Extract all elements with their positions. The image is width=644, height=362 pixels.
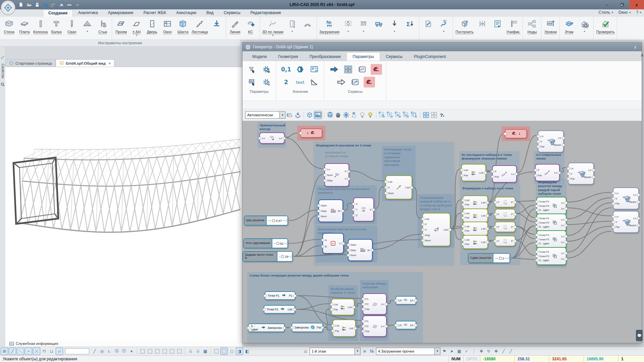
ribbon-item-scaffold-icon[interactable] (475, 17, 490, 30)
ribbon-item-3D по линии[interactable]: 13D по линии▾ (261, 17, 284, 37)
magnet-on-icon[interactable]: ⊓ (41, 348, 48, 355)
input-port[interactable] (321, 245, 324, 248)
coordinate-input[interactable] (65, 348, 89, 354)
ribbon-item-loadtruck-icon[interactable] (371, 17, 387, 30)
output-port[interactable] (508, 257, 510, 260)
menu-tab-Армирование[interactable]: Армирование (103, 9, 139, 17)
input-port[interactable] (462, 199, 465, 202)
input-port[interactable] (462, 212, 465, 215)
select-back-icon[interactable] (411, 111, 418, 119)
input-port[interactable] (612, 192, 615, 195)
input-port[interactable] (494, 226, 497, 229)
graph-node-beam3d[interactable]: LnVParLnBeam (613, 187, 639, 209)
cube-section-icon[interactable] (176, 348, 183, 355)
status-toggle-NUM[interactable]: NUM (448, 356, 463, 362)
chevron-icon[interactable]: ▾ (128, 348, 135, 355)
ribbon-item-Этаж[interactable]: Этаж (561, 17, 577, 34)
cube-top-icon[interactable] (139, 348, 146, 355)
model-grid-icon[interactable]: ▦ (202, 348, 209, 355)
graph-node-polyline[interactable]: PParLn (535, 164, 560, 181)
output-port[interactable] (486, 201, 489, 204)
rotate-tool-icon[interactable]: ↻ (485, 348, 492, 355)
output-port[interactable] (514, 201, 517, 204)
output-port[interactable] (514, 226, 517, 229)
customize-icon[interactable] (74, 1, 81, 8)
ribbon-item-Ноды[interactable]: Ноды (524, 17, 540, 34)
ghost-line-icon[interactable]: ╱ (500, 348, 507, 355)
snap-line-icon[interactable]: ╱ (9, 348, 16, 355)
new-doc-icon[interactable] (17, 1, 24, 8)
menu-Стиль[interactable]: Стиль▼ (599, 10, 614, 15)
input-port[interactable] (535, 208, 538, 212)
view-save-icon[interactable]: ◨ (236, 348, 243, 355)
menu-tab-Расчет ЖБК[interactable]: Расчет ЖБК (139, 9, 171, 17)
generator-tab-Сервисы[interactable]: Сервисы (380, 53, 408, 61)
output-port[interactable] (347, 177, 350, 180)
ribbon-item-КС[interactable]: КС (243, 17, 258, 34)
cube-wire-icon[interactable] (306, 111, 313, 119)
ribbon-item-list-doc-icon[interactable] (490, 17, 505, 30)
slider-Задаем число точек N[interactable]: Задаем число точек N29 (243, 251, 293, 262)
input-port[interactable] (384, 186, 387, 189)
input-port[interactable] (535, 259, 538, 262)
slider-Угол скручивания[interactable]: Угол скручивания92 (243, 238, 288, 248)
rotate-x-icon[interactable]: Ⓧ (113, 348, 120, 355)
ribbon-item-anchor-icon[interactable] (209, 17, 224, 30)
input-port[interactable] (258, 137, 261, 140)
output-port[interactable] (592, 176, 595, 179)
input-port[interactable] (323, 168, 326, 171)
menu-tab-Аналитика[interactable]: Аналитика (73, 9, 103, 17)
ribbon-item-truss-icon[interactable]: ▾ (79, 17, 95, 33)
ribbon-item-loadmesh-icon[interactable]: ▾ (340, 17, 356, 33)
value-number-icon[interactable]: 0,1 (280, 64, 292, 75)
input-port[interactable] (362, 303, 365, 306)
status-toggle-ОРТО[interactable]: ОРТО (463, 356, 480, 362)
ribbon-item-Стык[interactable]: Стык (95, 17, 110, 34)
input-port[interactable] (462, 203, 465, 206)
input-port[interactable] (535, 221, 538, 224)
component-icon[interactable] (357, 64, 368, 75)
move-tool-icon[interactable]: ✥ (478, 348, 485, 355)
io-node-Ln[interactable]: LnLn (395, 321, 416, 329)
ruler-icon[interactable] (66, 1, 73, 8)
input-port[interactable] (421, 234, 424, 237)
input-port[interactable] (494, 240, 497, 243)
ribbon-item-Построить[interactable]: Построить (454, 17, 475, 34)
output-port[interactable] (385, 325, 388, 328)
output-port[interactable] (486, 227, 489, 230)
graph-node-list[interactable]: ListParList (332, 319, 356, 337)
output-port[interactable] (565, 224, 568, 227)
input-port[interactable] (347, 243, 350, 246)
comment-bubble-icon[interactable]: 💬 (636, 330, 643, 341)
input-port[interactable] (362, 298, 365, 301)
pin-tab[interactable]: д (641, 53, 643, 57)
output-port[interactable] (486, 241, 489, 244)
graph-node-transpose[interactable]: PPm (495, 197, 516, 207)
graph-node-beam3d[interactable]: LnVParLnBeam (538, 130, 564, 153)
input-port[interactable] (612, 197, 615, 200)
input-port[interactable] (535, 234, 538, 237)
search-icon[interactable] (1, 82, 5, 88)
slider-value-area[interactable]: 0.67 (267, 216, 287, 225)
output-port[interactable] (637, 200, 640, 203)
input-port[interactable] (347, 249, 350, 252)
ribbon-item-Окно[interactable]: Окно (160, 17, 175, 34)
input-port[interactable] (421, 218, 424, 221)
close-button[interactable]: x (629, 0, 644, 9)
model-viewport[interactable] (5, 67, 242, 341)
snap-diag-icon[interactable]: ⤬ (33, 348, 40, 355)
slider-value-area[interactable]: 92 (272, 239, 287, 248)
output-port[interactable] (354, 327, 357, 330)
draw-line-icon[interactable]: ╱ (91, 348, 98, 355)
filter-icon[interactable]: ⚑ (441, 348, 448, 355)
graph-node-transpose[interactable]: PPm (495, 209, 516, 220)
menu-tab-Создание[interactable]: Создание (43, 9, 73, 17)
cube-side-icon[interactable] (154, 348, 161, 355)
graph-node-slash[interactable]: LnLn (259, 132, 285, 144)
input-port[interactable] (323, 174, 326, 177)
input-port[interactable] (460, 169, 463, 172)
ribbon-item-sumload-icon[interactable]: Σ (402, 17, 418, 30)
graph-node-array[interactable]: StartStepNumAr012.. (318, 199, 343, 222)
output-port[interactable] (515, 173, 518, 176)
layout-grid2-icon[interactable] (430, 111, 438, 119)
